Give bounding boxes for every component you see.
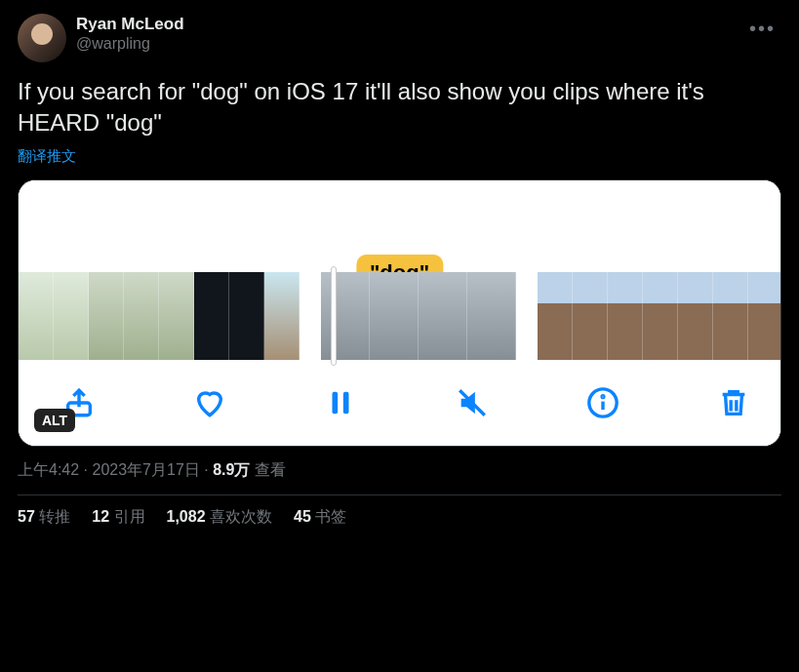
likes-stat[interactable]: 1,082 喜欢次数 [167,507,273,528]
tweet-header: Ryan McLeod @warpling ••• [18,14,781,62]
divider [18,494,781,495]
quotes-stat[interactable]: 12 引用 [92,507,144,528]
like-button[interactable] [192,385,227,420]
pause-icon [324,386,357,419]
translate-link[interactable]: 翻译推文 [18,147,781,166]
svg-point-5 [602,396,604,398]
alt-badge[interactable]: ALT [34,409,75,432]
svg-rect-2 [343,391,349,414]
delete-button[interactable] [716,385,751,420]
author-handle: @warpling [76,34,184,54]
views-count: 8.9万 [213,461,250,478]
author-display-name: Ryan McLeod [76,14,184,34]
clip-thumbnail-group[interactable] [19,272,300,360]
views-label: 查看 [255,461,286,478]
tweet-stats: 57 转推 12 引用 1,082 喜欢次数 45 书签 [18,507,781,528]
svg-rect-1 [333,391,339,414]
tweet-time[interactable]: 上午4:42 [18,461,79,478]
tweet-text: If you search for "dog" on iOS 17 it'll … [18,76,781,139]
video-timeline[interactable] [19,258,780,366]
media-card-top [19,180,780,258]
heart-icon [193,386,226,419]
tweet-date[interactable]: 2023年7月17日 [93,461,200,478]
clip-thumbnail-group[interactable] [538,272,780,360]
speaker-muted-icon [456,386,489,419]
more-button[interactable]: ••• [743,14,781,44]
media-card[interactable]: "dog" [18,179,781,447]
retweets-stat[interactable]: 57 转推 [18,507,70,528]
mute-button[interactable] [455,385,490,420]
tweet-meta: 上午4:42 · 2023年7月17日 · 8.9万 查看 [18,460,781,481]
media-toolbar [19,366,780,446]
clip-thumbnail-group[interactable] [321,272,516,360]
info-button[interactable] [585,385,620,420]
bookmarks-stat[interactable]: 45 书签 [294,507,346,528]
avatar[interactable] [18,14,66,62]
pause-button[interactable] [323,385,358,420]
playhead[interactable] [331,266,337,366]
tweet-container: Ryan McLeod @warpling ••• If you search … [0,0,799,537]
trash-icon [717,386,750,419]
info-icon [586,386,619,419]
author-block[interactable]: Ryan McLeod @warpling [76,14,184,54]
